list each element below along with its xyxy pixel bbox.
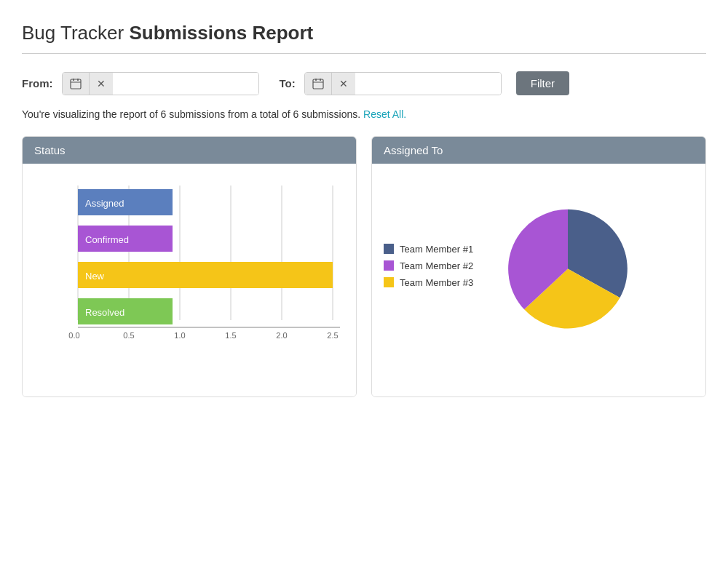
status-chart-card: Status Assigned Confirmed Ne bbox=[22, 136, 357, 397]
legend-label-3: Team Member #3 bbox=[400, 277, 473, 288]
from-date-group: ✕ bbox=[62, 72, 259, 95]
new-bar-label: New bbox=[85, 271, 105, 282]
pie-area: Team Member #1 Team Member #2 Team Membe… bbox=[384, 178, 694, 346]
x-tick-2: 2.0 bbox=[276, 331, 287, 340]
filter-button[interactable]: Filter bbox=[516, 71, 569, 95]
legend-item-2: Team Member #2 bbox=[384, 260, 473, 271]
page-title: Bug Tracker Submissions Report bbox=[22, 22, 706, 44]
svg-rect-0 bbox=[71, 79, 81, 89]
x-tick-05: 0.5 bbox=[123, 331, 134, 340]
calendar-icon bbox=[312, 78, 324, 89]
legend-swatch-1 bbox=[384, 244, 394, 254]
to-label: To: bbox=[280, 77, 296, 89]
from-label: From: bbox=[22, 77, 53, 89]
from-date-input[interactable] bbox=[113, 73, 258, 95]
assigned-chart-body: Team Member #1 Team Member #2 Team Membe… bbox=[372, 164, 705, 396]
charts-row: Status Assigned Confirmed Ne bbox=[22, 136, 706, 397]
legend-label-1: Team Member #1 bbox=[400, 244, 473, 255]
legend-swatch-3 bbox=[384, 277, 394, 287]
pie-legend: Team Member #1 Team Member #2 Team Membe… bbox=[384, 244, 473, 288]
svg-rect-4 bbox=[313, 79, 323, 89]
from-calendar-button[interactable] bbox=[63, 73, 89, 95]
status-chart-header: Status bbox=[23, 137, 356, 164]
to-clear-button[interactable]: ✕ bbox=[331, 73, 355, 95]
pie-chart-svg bbox=[495, 186, 641, 346]
to-date-group: ✕ bbox=[304, 72, 502, 95]
legend-label-2: Team Member #2 bbox=[400, 260, 473, 271]
x-tick-1: 1.0 bbox=[174, 331, 185, 340]
title-divider bbox=[22, 53, 706, 54]
calendar-icon bbox=[70, 78, 82, 89]
reset-all-link[interactable]: Reset All. bbox=[363, 108, 406, 120]
x-tick-25: 2.5 bbox=[327, 331, 338, 340]
assigned-bar-label: Assigned bbox=[85, 198, 124, 209]
from-clear-button[interactable]: ✕ bbox=[89, 73, 113, 95]
to-date-input[interactable] bbox=[355, 73, 501, 95]
assigned-chart-card: Assigned To Team Member #1 Team Member #… bbox=[371, 136, 706, 397]
summary-text: You're visualizing the report of 6 submi… bbox=[22, 108, 706, 120]
filter-row: From: ✕ To: ✕ Filter bbox=[22, 71, 706, 95]
resolved-bar-label: Resolved bbox=[85, 307, 124, 318]
status-chart-body: Assigned Confirmed New Resolved 0.0 0.5 … bbox=[23, 164, 356, 396]
assigned-chart-header: Assigned To bbox=[372, 137, 705, 164]
status-bar-chart-svg: Assigned Confirmed New Resolved 0.0 0.5 … bbox=[34, 178, 355, 353]
legend-swatch-2 bbox=[384, 260, 394, 271]
legend-item-1: Team Member #1 bbox=[384, 244, 473, 255]
to-calendar-button[interactable] bbox=[305, 73, 331, 95]
legend-item-3: Team Member #3 bbox=[384, 277, 473, 288]
x-tick-0: 0.0 bbox=[68, 331, 79, 340]
x-tick-15: 1.5 bbox=[225, 331, 236, 340]
new-bar bbox=[78, 262, 333, 288]
confirmed-bar-label: Confirmed bbox=[85, 234, 129, 245]
